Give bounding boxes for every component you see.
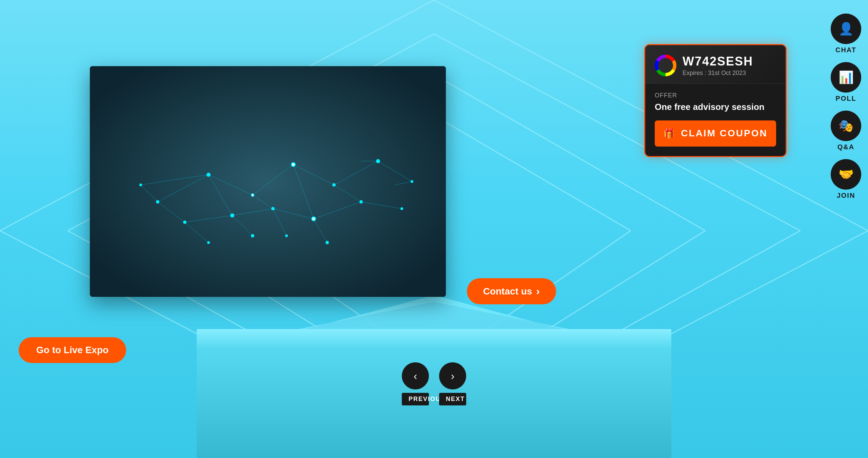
sidebar-item-chat[interactable]: 👤 CHAT [827, 14, 865, 54]
video-content [90, 66, 446, 297]
nav-labels-group: PREVIOUS NEXT [402, 393, 466, 405]
svg-point-66 [292, 163, 295, 166]
contact-arrow-icon: › [536, 285, 540, 298]
svg-point-61 [139, 184, 142, 186]
svg-line-13 [434, 115, 631, 231]
poll-icon: 📊 [831, 62, 861, 93]
next-button[interactable]: › [439, 362, 466, 389]
coupon-offer-label: OFFER [655, 92, 776, 99]
live-expo-label: Go to Live Expo [36, 345, 108, 355]
previous-button[interactable]: ‹ [402, 362, 429, 389]
next-label: NEXT [439, 393, 466, 405]
next-arrow-icon: › [451, 370, 455, 382]
claim-coupon-button[interactable]: 🎁 CLAIM COUPON [655, 120, 776, 147]
svg-point-60 [400, 207, 403, 210]
svg-point-65 [326, 241, 329, 244]
svg-point-62 [207, 241, 210, 244]
podium-surface [197, 329, 671, 349]
svg-point-67 [312, 217, 315, 220]
sidebar-item-join[interactable]: 🤝 JOIN [827, 159, 865, 199]
svg-point-55 [183, 221, 186, 224]
coupon-header: W742SESH Expires : 31st Oct 2023 [645, 45, 786, 84]
network-visualization [90, 66, 446, 297]
svg-point-63 [251, 234, 254, 237]
claim-coupon-label: CLAIM COUPON [681, 128, 767, 139]
svg-point-53 [376, 159, 380, 163]
svg-point-68 [252, 194, 254, 196]
qa-label: Q&A [837, 143, 854, 151]
right-sidebar: 👤 CHAT 📊 POLL 🎭 Q&A 🤝 JOIN [824, 0, 868, 458]
coupon-body: OFFER One free advisory session 🎁 CLAIM … [645, 84, 786, 156]
svg-point-56 [230, 213, 234, 217]
gift-icon: 🎁 [663, 128, 676, 139]
join-label: JOIN [837, 192, 855, 199]
qa-icon: 🎭 [831, 111, 861, 141]
coupon-logo-inner [658, 58, 673, 73]
svg-point-64 [285, 234, 288, 237]
join-icon: 🤝 [831, 159, 861, 190]
svg-point-57 [271, 207, 275, 210]
svg-point-52 [332, 183, 336, 187]
coupon-expires: Expires : 31st Oct 2023 [683, 70, 776, 77]
navigation-controls: ‹ › PREVIOUS NEXT [402, 362, 466, 405]
chat-label: CHAT [835, 46, 856, 54]
svg-rect-22 [90, 66, 446, 297]
coupon-offer-text: One free advisory session [655, 102, 776, 112]
chat-icon: 👤 [831, 14, 861, 44]
coupon-code: W742SESH [683, 55, 776, 68]
video-screen [90, 66, 446, 297]
svg-point-54 [411, 180, 413, 183]
contact-us-label: Contact us [483, 286, 532, 297]
coupon-card: W742SESH Expires : 31st Oct 2023 OFFER O… [644, 44, 787, 157]
go-to-live-expo-button[interactable]: Go to Live Expo [19, 337, 126, 363]
sidebar-item-qa[interactable]: 🎭 Q&A [827, 111, 865, 151]
contact-us-button[interactable]: Contact us › [467, 278, 556, 304]
svg-point-48 [156, 200, 159, 204]
coupon-logo [655, 55, 676, 76]
svg-point-49 [206, 173, 211, 177]
previous-arrow-icon: ‹ [414, 370, 417, 382]
svg-point-59 [359, 200, 363, 204]
coupon-code-section: W742SESH Expires : 31st Oct 2023 [683, 55, 776, 77]
sidebar-item-poll[interactable]: 📊 POLL [827, 62, 865, 102]
nav-arrows-group: ‹ › [402, 362, 466, 389]
previous-label: PREVIOUS [402, 393, 429, 405]
poll-label: POLL [835, 95, 856, 102]
